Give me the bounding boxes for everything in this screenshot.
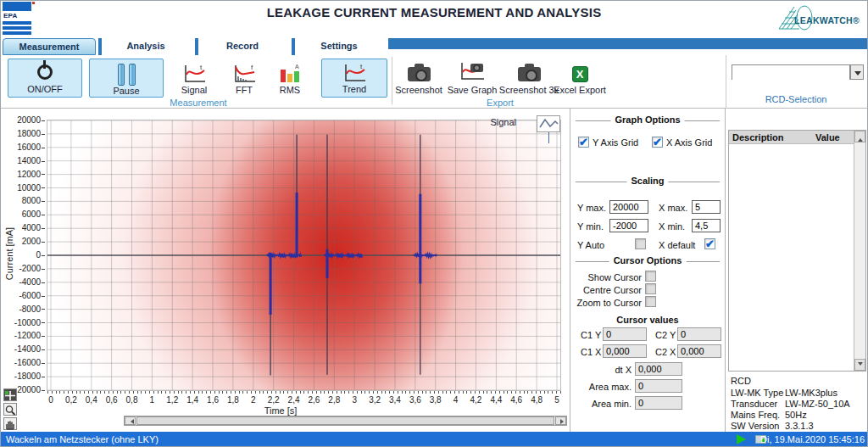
- power-icon: [37, 64, 53, 80]
- tab-measurement[interactable]: Measurement: [3, 38, 96, 55]
- camera-icon: [408, 67, 431, 81]
- scroll-right-button[interactable]: [555, 416, 566, 425]
- y-tick-label: 0: [11, 250, 45, 260]
- rcd-selection-combo[interactable]: [732, 64, 850, 80]
- description-value-table: Description Value: [728, 130, 866, 372]
- area-min-field[interactable]: [635, 396, 682, 410]
- save-graph-icon: [459, 62, 486, 81]
- scroll-up-button[interactable]: [854, 131, 865, 142]
- scrollbar-thumb[interactable]: [136, 416, 554, 425]
- info-label: SW Version: [731, 421, 779, 431]
- horizontal-scrollbar[interactable]: [124, 416, 567, 426]
- c2y-field[interactable]: [677, 327, 721, 341]
- c2x-field[interactable]: [677, 344, 721, 358]
- centre-cursor-label: Centre Cursor: [570, 285, 642, 295]
- legend-connector: [548, 132, 549, 143]
- y-tick-label: 10000: [11, 183, 45, 193]
- x-min-field[interactable]: [692, 219, 721, 232]
- tab-settings[interactable]: Settings: [292, 38, 383, 55]
- rcd-selection-input[interactable]: [732, 67, 849, 81]
- x-tick-label: 5: [542, 395, 571, 405]
- c1y-field[interactable]: [603, 327, 647, 341]
- signal-chart-icon: t: [181, 64, 207, 84]
- y-auto-checkbox[interactable]: [635, 238, 646, 249]
- y-max-field[interactable]: [609, 200, 648, 214]
- camera-icon: [518, 67, 541, 81]
- info-label: Mains Freq.: [731, 410, 780, 420]
- save-graph-button[interactable]: Save Graph: [445, 59, 499, 98]
- tab-record[interactable]: Record: [195, 38, 287, 55]
- status-datetime: Di, 19.Mai.2020 15:45:16: [760, 434, 865, 444]
- description-column-header: Description: [732, 132, 784, 142]
- pan-hand-tool-icon[interactable]: [3, 417, 17, 430]
- excel-export-button[interactable]: X Excel Export: [554, 59, 606, 98]
- epa-logo-dot: [32, 2, 35, 4]
- x-max-field[interactable]: [692, 200, 721, 214]
- svg-text:t: t: [200, 64, 203, 71]
- screenshot3x-button[interactable]: Screenshot 3x: [501, 59, 557, 98]
- rms-button[interactable]: A RMS: [269, 60, 311, 98]
- toolbar-separator: [392, 57, 392, 104]
- crosshair-tool-icon[interactable]: [3, 388, 17, 401]
- scroll-left-button[interactable]: [125, 416, 136, 425]
- plot-area[interactable]: [47, 120, 560, 390]
- x-default-label: X default: [659, 240, 695, 250]
- table-scrollbar[interactable]: [854, 131, 865, 371]
- x-min-label: X min.: [659, 221, 685, 232]
- cursor-options-title: Cursor Options: [609, 255, 687, 265]
- info-value: 50Hz: [785, 410, 807, 420]
- y-min-field[interactable]: [609, 219, 648, 232]
- zoom-tool-icon[interactable]: [3, 403, 17, 416]
- onoff-button[interactable]: ON/OFF: [8, 59, 82, 98]
- value-column-header: Value: [815, 132, 840, 142]
- legend-plot-icon[interactable]: [537, 115, 560, 132]
- status-bar: Wackeln am Netzstecker (ohne LKY) Di, 19…: [1, 432, 868, 447]
- play-icon[interactable]: [737, 434, 751, 444]
- svg-text:t: t: [360, 63, 363, 70]
- scroll-down-button[interactable]: [854, 359, 865, 371]
- zoom-to-cursor-checkbox[interactable]: [645, 296, 656, 307]
- y-tick-label: 4000: [11, 223, 45, 232]
- y-axis-grid-checkbox[interactable]: [578, 137, 589, 148]
- fft-chart-icon: f: [231, 64, 257, 84]
- c1x-field[interactable]: [603, 344, 647, 358]
- pause-icon: [118, 64, 136, 86]
- area-max-field[interactable]: [635, 379, 682, 393]
- pause-label: Pause: [113, 86, 139, 96]
- dtx-label: dt X: [570, 365, 632, 375]
- info-label: LW-MK Type: [731, 388, 783, 398]
- cursor-options-section: Cursor Options: [576, 261, 720, 262]
- screenshot-button[interactable]: Screenshot: [394, 59, 443, 98]
- scaling-title: Scaling: [626, 176, 668, 186]
- table-header: Description Value: [729, 131, 854, 144]
- trend-button[interactable]: t Trend: [321, 59, 387, 98]
- show-cursor-checkbox[interactable]: [645, 271, 656, 282]
- x-default-checkbox[interactable]: [704, 238, 715, 249]
- scaling-section: Scaling: [576, 182, 720, 182]
- excel-icon: X: [572, 66, 588, 82]
- rms-label: RMS: [280, 85, 300, 95]
- y-axis-grid-label: Y Axis Grid: [593, 137, 638, 148]
- pause-button[interactable]: Pause: [89, 59, 164, 98]
- y-tick-label: 14000: [11, 156, 45, 165]
- y-tick-label: 20000: [11, 115, 45, 125]
- trend-plot[interactable]: [47, 120, 560, 390]
- y-tick-label: 12000: [11, 170, 45, 179]
- page-title: LEAKAGE CURRENT MEASUREMENT AND ANALYSIS: [1, 5, 867, 20]
- centre-cursor-checkbox[interactable]: [645, 283, 656, 294]
- tab-analysis[interactable]: Analysis: [98, 38, 190, 55]
- rcd-selection-dropdown-button[interactable]: [850, 64, 864, 80]
- export-group-label: Export: [428, 98, 572, 108]
- signal-button[interactable]: t Signal: [170, 60, 218, 98]
- x-axis-label: Time [s]: [196, 405, 365, 416]
- y-auto-label: Y Auto: [577, 240, 604, 250]
- dtx-field[interactable]: [635, 362, 682, 376]
- screenshot3x-label: Screenshot 3x: [499, 85, 559, 95]
- zoom-to-cursor-label: Zoom to Cursor: [570, 298, 642, 308]
- graph-options-section: Graph Options: [576, 120, 720, 121]
- info-value: 3.3.1.3: [785, 421, 814, 431]
- fft-button[interactable]: f FFT: [223, 60, 265, 98]
- y-tick-label: 6000: [11, 210, 45, 219]
- x-axis-grid-checkbox[interactable]: [652, 137, 663, 148]
- epa-logo-stripes: [3, 21, 31, 36]
